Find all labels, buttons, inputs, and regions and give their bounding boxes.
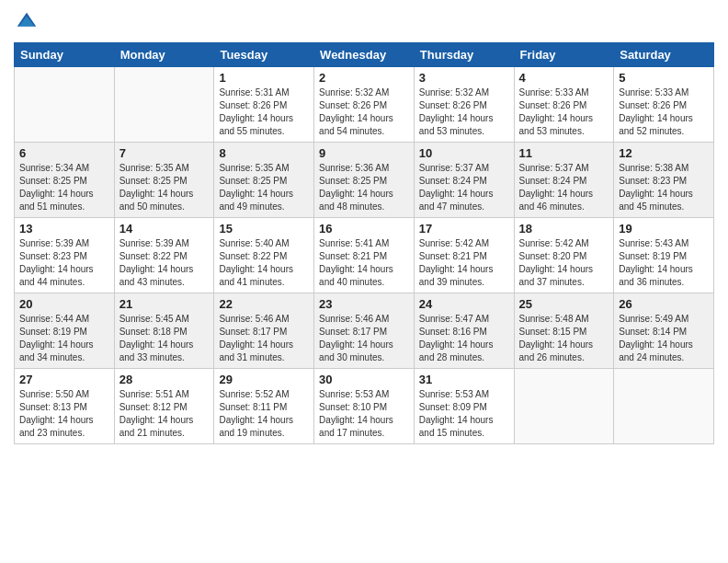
calendar-cell: 23Sunrise: 5:46 AMSunset: 8:17 PMDayligh…	[314, 293, 415, 369]
calendar-cell: 6Sunrise: 5:34 AMSunset: 8:25 PMDaylight…	[15, 143, 115, 218]
day-number: 17	[419, 222, 509, 236]
cell-info: Sunrise: 5:50 AMSunset: 8:13 PMDaylight:…	[19, 388, 109, 440]
cell-info: Sunrise: 5:32 AMSunset: 8:26 PMDaylight:…	[319, 86, 409, 138]
cell-info: Sunrise: 5:37 AMSunset: 8:24 PMDaylight:…	[519, 162, 609, 213]
calendar-cell: 1Sunrise: 5:31 AMSunset: 8:26 PMDaylight…	[214, 67, 314, 143]
cell-info: Sunrise: 5:38 AMSunset: 8:23 PMDaylight:…	[619, 162, 709, 213]
day-number: 25	[519, 297, 609, 311]
weekday-header: Tuesday	[214, 43, 314, 67]
calendar-cell: 8Sunrise: 5:35 AMSunset: 8:25 PMDaylight…	[214, 143, 314, 218]
calendar-week-row: 13Sunrise: 5:39 AMSunset: 8:23 PMDayligh…	[15, 218, 714, 293]
weekday-header: Friday	[514, 43, 614, 67]
calendar-cell	[514, 369, 614, 444]
calendar-week-row: 1Sunrise: 5:31 AMSunset: 8:26 PMDaylight…	[15, 67, 714, 143]
calendar: SundayMondayTuesdayWednesdayThursdayFrid…	[14, 42, 714, 444]
calendar-cell: 30Sunrise: 5:53 AMSunset: 8:10 PMDayligh…	[314, 369, 415, 444]
day-number: 26	[619, 297, 709, 311]
cell-info: Sunrise: 5:33 AMSunset: 8:26 PMDaylight:…	[519, 86, 609, 138]
day-number: 5	[619, 71, 709, 85]
cell-info: Sunrise: 5:31 AMSunset: 8:26 PMDaylight:…	[219, 86, 309, 138]
calendar-cell: 14Sunrise: 5:39 AMSunset: 8:22 PMDayligh…	[114, 218, 214, 293]
day-number: 3	[419, 71, 509, 85]
day-number: 13	[19, 222, 109, 236]
calendar-cell: 26Sunrise: 5:49 AMSunset: 8:14 PMDayligh…	[614, 293, 714, 369]
cell-info: Sunrise: 5:42 AMSunset: 8:20 PMDaylight:…	[519, 237, 609, 289]
cell-info: Sunrise: 5:46 AMSunset: 8:17 PMDaylight:…	[219, 313, 309, 364]
cell-info: Sunrise: 5:45 AMSunset: 8:18 PMDaylight:…	[119, 313, 210, 364]
day-number: 14	[119, 222, 210, 236]
day-number: 6	[19, 146, 109, 160]
cell-info: Sunrise: 5:41 AMSunset: 8:21 PMDaylight:…	[319, 237, 409, 289]
cell-info: Sunrise: 5:42 AMSunset: 8:21 PMDaylight:…	[419, 237, 509, 289]
cell-info: Sunrise: 5:48 AMSunset: 8:15 PMDaylight:…	[519, 313, 609, 364]
calendar-cell: 3Sunrise: 5:32 AMSunset: 8:26 PMDaylight…	[414, 67, 514, 143]
day-number: 22	[219, 297, 309, 311]
day-number: 12	[619, 146, 709, 160]
calendar-cell	[15, 67, 115, 143]
day-number: 28	[119, 373, 210, 386]
calendar-cell: 7Sunrise: 5:35 AMSunset: 8:25 PMDaylight…	[114, 143, 214, 218]
day-number: 27	[19, 373, 109, 386]
calendar-cell: 20Sunrise: 5:44 AMSunset: 8:19 PMDayligh…	[15, 293, 115, 369]
calendar-body: 1Sunrise: 5:31 AMSunset: 8:26 PMDaylight…	[15, 67, 714, 444]
day-number: 2	[319, 71, 409, 85]
calendar-cell: 5Sunrise: 5:33 AMSunset: 8:26 PMDaylight…	[614, 67, 714, 143]
calendar-cell: 4Sunrise: 5:33 AMSunset: 8:26 PMDaylight…	[514, 67, 614, 143]
cell-info: Sunrise: 5:53 AMSunset: 8:10 PMDaylight:…	[319, 388, 409, 440]
calendar-cell: 31Sunrise: 5:53 AMSunset: 8:09 PMDayligh…	[414, 369, 514, 444]
page: SundayMondayTuesdayWednesdayThursdayFrid…	[0, 0, 728, 563]
day-number: 20	[19, 297, 109, 311]
cell-info: Sunrise: 5:39 AMSunset: 8:22 PMDaylight:…	[119, 237, 210, 289]
cell-info: Sunrise: 5:44 AMSunset: 8:19 PMDaylight:…	[19, 313, 109, 364]
cell-info: Sunrise: 5:47 AMSunset: 8:16 PMDaylight:…	[419, 313, 509, 364]
day-number: 9	[319, 146, 409, 160]
day-number: 31	[419, 373, 509, 386]
day-number: 8	[219, 146, 309, 160]
weekday-header: Saturday	[614, 43, 714, 67]
calendar-cell: 16Sunrise: 5:41 AMSunset: 8:21 PMDayligh…	[314, 218, 415, 293]
day-number: 29	[219, 373, 309, 386]
weekday-header: Sunday	[15, 43, 115, 67]
cell-info: Sunrise: 5:35 AMSunset: 8:25 PMDaylight:…	[119, 162, 210, 213]
calendar-header: SundayMondayTuesdayWednesdayThursdayFrid…	[15, 43, 714, 67]
cell-info: Sunrise: 5:46 AMSunset: 8:17 PMDaylight:…	[319, 313, 409, 364]
weekday-header: Monday	[114, 43, 214, 67]
cell-info: Sunrise: 5:51 AMSunset: 8:12 PMDaylight:…	[119, 388, 210, 440]
calendar-week-row: 20Sunrise: 5:44 AMSunset: 8:19 PMDayligh…	[15, 293, 714, 369]
cell-info: Sunrise: 5:53 AMSunset: 8:09 PMDaylight:…	[419, 388, 509, 440]
calendar-cell: 19Sunrise: 5:43 AMSunset: 8:19 PMDayligh…	[614, 218, 714, 293]
calendar-cell: 21Sunrise: 5:45 AMSunset: 8:18 PMDayligh…	[114, 293, 214, 369]
day-number: 11	[519, 146, 609, 160]
day-number: 18	[519, 222, 609, 236]
day-number: 10	[419, 146, 509, 160]
cell-info: Sunrise: 5:35 AMSunset: 8:25 PMDaylight:…	[219, 162, 309, 213]
cell-info: Sunrise: 5:32 AMSunset: 8:26 PMDaylight:…	[419, 86, 509, 138]
calendar-cell: 13Sunrise: 5:39 AMSunset: 8:23 PMDayligh…	[15, 218, 115, 293]
calendar-cell: 15Sunrise: 5:40 AMSunset: 8:22 PMDayligh…	[214, 218, 314, 293]
cell-info: Sunrise: 5:36 AMSunset: 8:25 PMDaylight:…	[319, 162, 409, 213]
day-number: 4	[519, 71, 609, 85]
calendar-cell: 28Sunrise: 5:51 AMSunset: 8:12 PMDayligh…	[114, 369, 214, 444]
day-number: 15	[219, 222, 309, 236]
calendar-cell: 25Sunrise: 5:48 AMSunset: 8:15 PMDayligh…	[514, 293, 614, 369]
calendar-cell: 9Sunrise: 5:36 AMSunset: 8:25 PMDaylight…	[314, 143, 415, 218]
calendar-cell: 29Sunrise: 5:52 AMSunset: 8:11 PMDayligh…	[214, 369, 314, 444]
cell-info: Sunrise: 5:33 AMSunset: 8:26 PMDaylight:…	[619, 86, 709, 138]
day-number: 21	[119, 297, 210, 311]
calendar-week-row: 6Sunrise: 5:34 AMSunset: 8:25 PMDaylight…	[15, 143, 714, 218]
calendar-cell: 24Sunrise: 5:47 AMSunset: 8:16 PMDayligh…	[414, 293, 514, 369]
cell-info: Sunrise: 5:39 AMSunset: 8:23 PMDaylight:…	[19, 237, 109, 289]
calendar-cell: 18Sunrise: 5:42 AMSunset: 8:20 PMDayligh…	[514, 218, 614, 293]
logo-icon	[14, 9, 40, 35]
calendar-cell: 10Sunrise: 5:37 AMSunset: 8:24 PMDayligh…	[414, 143, 514, 218]
calendar-cell: 17Sunrise: 5:42 AMSunset: 8:21 PMDayligh…	[414, 218, 514, 293]
calendar-cell	[114, 67, 214, 143]
calendar-cell: 12Sunrise: 5:38 AMSunset: 8:23 PMDayligh…	[614, 143, 714, 218]
calendar-cell	[614, 369, 714, 444]
day-number: 30	[319, 373, 409, 386]
day-number: 24	[419, 297, 509, 311]
cell-info: Sunrise: 5:52 AMSunset: 8:11 PMDaylight:…	[219, 388, 309, 440]
weekday-header: Thursday	[414, 43, 514, 67]
cell-info: Sunrise: 5:37 AMSunset: 8:24 PMDaylight:…	[419, 162, 509, 213]
cell-info: Sunrise: 5:34 AMSunset: 8:25 PMDaylight:…	[19, 162, 109, 213]
